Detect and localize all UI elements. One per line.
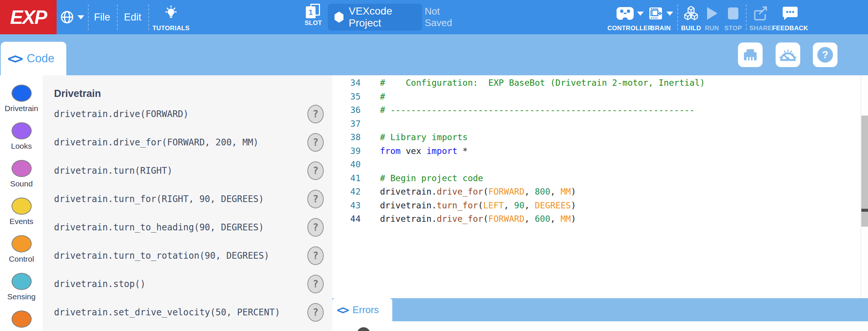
sidebar-item-sensing[interactable]: Sensing — [0, 273, 43, 301]
topbar-separator — [746, 4, 747, 30]
palette-command-row[interactable]: drivetrain.turn_for(RIGHT, 90, DEGREES)? — [43, 185, 332, 213]
sidebar-item-looks[interactable]: Looks — [0, 122, 43, 151]
palette-command-row[interactable]: drivetrain.turn(RIGHT)? — [43, 157, 332, 185]
scrollbar-cursor-marker — [861, 209, 868, 212]
line-content: # Begin project code — [380, 171, 483, 185]
line-content: drivetrain.turn_for(LEFT, 90, DEGREES) — [380, 199, 576, 212]
line-number: 35 — [332, 90, 361, 104]
command-text[interactable]: drivetrain.drive(FORWARD) — [54, 109, 189, 119]
editor-code-line[interactable]: 44drivetrain.drive_for(FORWARD, 600, MM) — [332, 212, 861, 226]
gauge-icon — [779, 47, 797, 62]
chevron-down-icon — [77, 15, 84, 19]
command-text[interactable]: drivetrain.turn_to_rotation(90, DEGREES) — [54, 250, 269, 261]
editor-code-line[interactable]: 41# Begin project code — [332, 171, 861, 185]
code-brackets-icon: <> — [337, 303, 348, 316]
sidebar-item-events[interactable]: Events — [0, 198, 43, 226]
category-color-circle — [12, 310, 32, 328]
run-button[interactable]: RUN — [703, 0, 721, 34]
editor-scrollbar[interactable] — [861, 75, 868, 298]
line-content: # — [380, 90, 385, 104]
editor-code-line[interactable]: 38# Library imports — [332, 130, 861, 144]
vex-exp-logo: EXP — [0, 0, 57, 34]
tab-errors[interactable]: <> Errors — [332, 298, 392, 321]
help-button[interactable]: ? — [813, 42, 837, 67]
edit-menu[interactable]: Edit — [118, 0, 148, 34]
line-number: 39 — [332, 144, 361, 158]
command-text[interactable]: drivetrain.turn_for(RIGHT, 90, DEGREES) — [54, 194, 264, 204]
logo-text: EXP — [10, 6, 47, 28]
sidebar-item-control[interactable]: Control — [0, 235, 43, 264]
share-button[interactable]: SHARE — [749, 0, 773, 34]
language-globe-button[interactable] — [58, 0, 86, 34]
command-help-button[interactable]: ? — [307, 218, 324, 237]
line-content: drivetrain.drive_for(FORWARD, 600, MM) — [380, 212, 576, 226]
sidebar-item-sound[interactable]: Sound — [0, 160, 43, 188]
editor-code-line[interactable]: 39from vex import * — [332, 144, 861, 158]
brain-label: BRAIN — [650, 25, 671, 32]
command-help-button[interactable]: ? — [307, 246, 324, 265]
command-text[interactable]: drivetrain.stop() — [54, 279, 146, 289]
command-help-button[interactable]: ? — [307, 161, 324, 180]
line-number: 42 — [332, 185, 361, 199]
hexagon-icon — [334, 11, 344, 23]
workspace-toolbar: <> Code — [0, 34, 868, 75]
palette-command-row[interactable]: drivetrain.stop()? — [43, 270, 332, 298]
command-text[interactable]: drivetrain.drive_for(FORWARD, 200, MM) — [54, 137, 259, 148]
category-color-circle — [12, 85, 32, 102]
line-number: 37 — [332, 117, 361, 131]
sidebar-item-drivetrain[interactable]: Drivetrain — [0, 85, 43, 113]
file-menu[interactable]: File — [89, 0, 115, 34]
command-help-button[interactable]: ? — [307, 190, 324, 208]
command-help-button[interactable]: ? — [307, 275, 324, 293]
command-help-button[interactable]: ? — [307, 303, 324, 322]
build-button[interactable]: BUILD — [680, 0, 702, 34]
palette-command-row[interactable]: drivetrain.drive_for(FORWARD, 200, MM)? — [43, 128, 332, 157]
sidebar-item-variables[interactable]: Variables — [0, 310, 43, 331]
editor-code-line[interactable]: 40 — [332, 158, 861, 171]
device-info-button[interactable] — [738, 42, 763, 67]
line-content: # Configuration: EXP BaseBot (Drivetrain… — [380, 76, 705, 90]
category-label: Sound — [0, 179, 43, 188]
line-number: 40 — [332, 158, 361, 171]
line-number: 43 — [332, 199, 361, 212]
controller-button[interactable]: CONTROLLER — [613, 0, 647, 34]
category-color-circle — [12, 122, 32, 139]
command-text[interactable]: drivetrain.turn_to_heading(90, DEGREES) — [54, 222, 264, 233]
controller-icon — [616, 6, 634, 21]
category-label: Drivetrain — [0, 104, 43, 113]
brain-button[interactable]: BRAIN — [647, 0, 674, 34]
stop-button[interactable]: STOP — [723, 0, 744, 34]
code-tab-label: Code — [27, 52, 54, 65]
editor-code-line[interactable]: 35# — [332, 90, 861, 104]
dashboard-button[interactable] — [776, 42, 800, 67]
editor-code-line[interactable]: 37 — [332, 117, 861, 131]
stop-square-icon — [727, 3, 739, 24]
palette-header: Drivetrain — [54, 88, 101, 100]
save-status-text: Not Saved — [425, 6, 468, 29]
code-editor[interactable]: 34# Configuration: EXP BaseBot (Drivetra… — [332, 75, 868, 298]
palette-command-row[interactable]: drivetrain.turn_to_rotation(90, DEGREES)… — [43, 242, 332, 270]
tutorials-button[interactable]: TUTORIALS — [149, 0, 193, 34]
palette-command-row[interactable]: drivetrain.turn_to_heading(90, DEGREES)? — [43, 213, 332, 242]
category-label: Control — [0, 255, 43, 264]
category-label: Looks — [0, 142, 43, 151]
editor-code-line[interactable]: 42drivetrain.drive_for(FORWARD, 800, MM) — [332, 185, 861, 199]
feedback-button[interactable]: FEEDBACK — [773, 0, 807, 34]
palette-command-row[interactable]: drivetrain.drive(FORWARD)? — [43, 100, 332, 128]
palette-command-row[interactable]: drivetrain.set_drive_velocity(50, PERCEN… — [43, 298, 332, 327]
controller-label: CONTROLLER — [607, 25, 652, 32]
feedback-bubble-icon — [782, 3, 798, 24]
command-help-button[interactable]: ? — [307, 105, 324, 123]
error-bug-icon — [357, 327, 370, 331]
editor-code-line[interactable]: 34# Configuration: EXP BaseBot (Drivetra… — [332, 76, 861, 90]
command-text[interactable]: drivetrain.set_drive_velocity(50, PERCEN… — [54, 307, 280, 318]
editor-code-line[interactable]: 36# ------------------------------------… — [332, 103, 861, 117]
slot-selector-button[interactable]: 1 SLOT — [300, 0, 326, 34]
chevron-down-icon — [637, 12, 644, 16]
command-text[interactable]: drivetrain.turn(RIGHT) — [54, 166, 172, 176]
editor-code-line[interactable]: 43drivetrain.turn_for(LEFT, 90, DEGREES) — [332, 199, 861, 212]
tab-code[interactable]: <> Code — [1, 42, 66, 75]
save-status: Not Saved — [425, 0, 468, 34]
project-name-button[interactable]: VEXcode Project — [328, 4, 422, 31]
command-help-button[interactable]: ? — [307, 133, 324, 152]
